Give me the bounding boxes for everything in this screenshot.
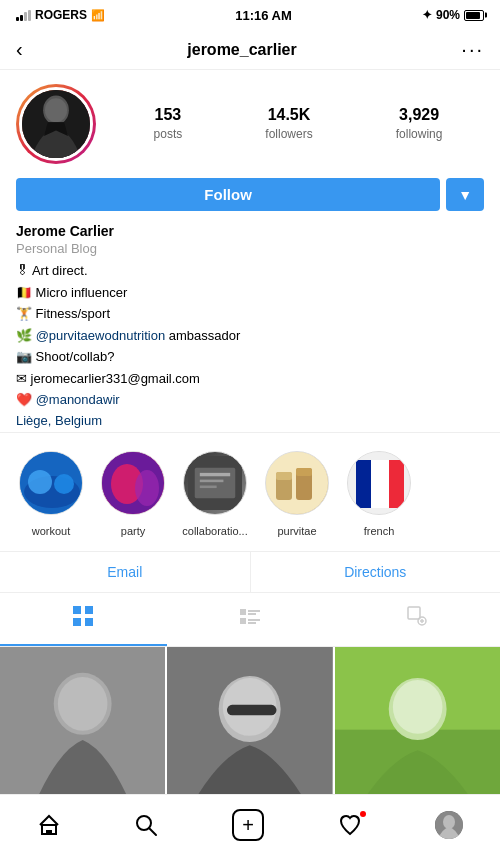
bio-category: Personal Blog bbox=[16, 241, 484, 256]
stat-posts: 153 posts bbox=[154, 106, 183, 142]
home-nav-button[interactable] bbox=[21, 809, 77, 841]
tab-section bbox=[0, 593, 500, 647]
highlight-french[interactable]: french bbox=[344, 451, 414, 539]
avatar bbox=[19, 87, 93, 161]
wifi-icon: 📶 bbox=[91, 9, 105, 22]
svg-rect-23 bbox=[371, 460, 389, 508]
bio-section: Jerome Carlier Personal Blog 🎖 Art direc… bbox=[16, 223, 484, 428]
list-icon bbox=[239, 605, 261, 632]
profile-username: jerome_carlier bbox=[187, 41, 296, 59]
status-left: ROGERS 📶 bbox=[16, 8, 105, 22]
profile-top: 153 posts 14.5K followers 3,929 followin… bbox=[16, 84, 484, 164]
add-icon: + bbox=[232, 809, 264, 841]
svg-line-54 bbox=[149, 828, 156, 835]
avatar-silhouette bbox=[22, 87, 90, 161]
french-thumbnail bbox=[348, 452, 411, 515]
svg-rect-24 bbox=[389, 460, 404, 508]
photo-cell-3[interactable] bbox=[335, 647, 500, 795]
stat-following[interactable]: 3,929 following bbox=[396, 106, 443, 142]
party-thumbnail bbox=[102, 452, 165, 515]
workout-thumbnail bbox=[20, 452, 83, 515]
svg-point-10 bbox=[135, 470, 159, 506]
profile-nav-button[interactable] bbox=[419, 807, 479, 843]
svg-rect-30 bbox=[248, 610, 260, 612]
svg-rect-34 bbox=[248, 622, 256, 624]
nav-bar: ‹ jerome_carlier ··· bbox=[0, 30, 500, 70]
photo-cell-2[interactable] bbox=[167, 647, 332, 795]
posts-label: posts bbox=[154, 127, 183, 141]
highlight-party-label: party bbox=[121, 525, 145, 537]
tab-list[interactable] bbox=[167, 593, 334, 646]
bio-line-6: ✉ jeromecarlier331@gmail.com bbox=[16, 369, 484, 389]
status-right: ✦ 90% bbox=[422, 8, 484, 22]
more-options-button[interactable]: ··· bbox=[461, 38, 484, 61]
contact-buttons: Email Directions bbox=[0, 551, 500, 593]
svg-rect-12 bbox=[195, 467, 236, 497]
svg-rect-35 bbox=[408, 607, 420, 619]
svg-point-42 bbox=[58, 676, 108, 730]
status-time: 11:16 AM bbox=[235, 8, 292, 23]
stats-section: 153 posts 14.5K followers 3,929 followin… bbox=[112, 106, 484, 142]
svg-point-56 bbox=[443, 815, 455, 829]
battery-percent: 90% bbox=[436, 8, 460, 22]
bio-line-7[interactable]: ❤️ @manondawir bbox=[16, 390, 484, 410]
red-dot-indicator bbox=[360, 811, 366, 817]
svg-rect-33 bbox=[248, 619, 260, 621]
highlight-purvitae[interactable]: purvitae bbox=[262, 451, 332, 539]
home-icon bbox=[37, 813, 61, 837]
highlight-party-circle bbox=[101, 451, 165, 515]
back-button[interactable]: ‹ bbox=[16, 38, 23, 61]
svg-point-7 bbox=[54, 474, 74, 494]
scroll-content: 153 posts 14.5K followers 3,929 followin… bbox=[0, 70, 500, 794]
search-nav-icon bbox=[134, 813, 158, 837]
svg-rect-25 bbox=[73, 606, 81, 614]
highlight-collab[interactable]: collaboratio... bbox=[180, 451, 250, 539]
follow-button[interactable]: Follow bbox=[16, 178, 440, 211]
bottom-nav: + bbox=[0, 794, 500, 855]
tab-tagged[interactable] bbox=[333, 593, 500, 646]
followers-label: followers bbox=[265, 127, 312, 141]
mention-link[interactable]: @manondawir bbox=[36, 392, 120, 407]
svg-rect-46 bbox=[227, 704, 277, 714]
highlight-workout-label: workout bbox=[32, 525, 71, 537]
followers-count: 14.5K bbox=[265, 106, 312, 124]
highlight-party[interactable]: party bbox=[98, 451, 168, 539]
profile-photo bbox=[22, 90, 90, 158]
nutrition-link[interactable]: @purvitaewodnutrition bbox=[36, 328, 166, 343]
svg-point-6 bbox=[28, 470, 52, 494]
tab-grid[interactable] bbox=[0, 593, 167, 646]
directions-button[interactable]: Directions bbox=[251, 552, 501, 592]
svg-rect-28 bbox=[85, 618, 93, 626]
bio-line-5: 📷 Shoot/collab? bbox=[16, 347, 484, 367]
stat-followers[interactable]: 14.5K followers bbox=[265, 106, 312, 142]
photo-cell-1[interactable] bbox=[0, 647, 165, 795]
bio-location: Liège, Belgium bbox=[16, 413, 484, 428]
add-nav-button[interactable]: + bbox=[216, 805, 280, 845]
battery-icon bbox=[464, 10, 484, 21]
avatar-wrapper bbox=[16, 84, 96, 164]
purvitae-thumbnail bbox=[266, 452, 329, 515]
action-buttons: Follow ▼ bbox=[16, 178, 484, 211]
highlight-french-circle bbox=[347, 451, 411, 515]
svg-rect-19 bbox=[276, 472, 292, 480]
svg-rect-13 bbox=[200, 472, 230, 475]
search-nav-button[interactable] bbox=[118, 809, 174, 841]
phone-container: ROGERS 📶 11:16 AM ✦ 90% ‹ jerome_carlier… bbox=[0, 0, 500, 855]
bio-line-4[interactable]: 🌿 @purvitaewodnutrition ambassador bbox=[16, 326, 484, 346]
svg-rect-52 bbox=[46, 830, 52, 834]
svg-rect-15 bbox=[200, 485, 217, 488]
heart-nav-button[interactable] bbox=[322, 809, 378, 841]
email-button[interactable]: Email bbox=[0, 552, 250, 592]
highlight-french-label: french bbox=[364, 525, 395, 537]
svg-rect-29 bbox=[240, 609, 246, 615]
profile-section: 153 posts 14.5K followers 3,929 followin… bbox=[0, 70, 500, 432]
highlight-collab-label: collaboratio... bbox=[182, 525, 247, 537]
collab-thumbnail bbox=[188, 451, 242, 515]
dropdown-button[interactable]: ▼ bbox=[446, 178, 484, 211]
svg-rect-22 bbox=[356, 460, 371, 508]
svg-rect-31 bbox=[248, 613, 256, 615]
grid-icon bbox=[72, 605, 94, 632]
highlight-purvitae-label: purvitae bbox=[277, 525, 316, 537]
bio-line-2: 🇧🇪 Micro influencer bbox=[16, 283, 484, 303]
highlight-workout[interactable]: workout bbox=[16, 451, 86, 539]
